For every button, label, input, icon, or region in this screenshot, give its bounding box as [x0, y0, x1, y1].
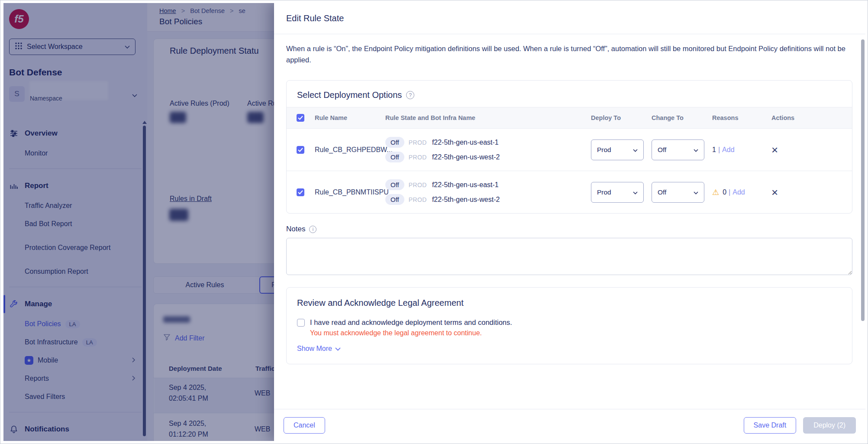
- col-header-deploy-to: Deploy To: [591, 114, 652, 121]
- change-to-select[interactable]: Off: [652, 139, 704, 160]
- chevron-down-icon: [694, 188, 698, 196]
- rule-checkbox[interactable]: [297, 146, 304, 154]
- rule-state-pill: Off: [385, 194, 404, 205]
- select-deployment-options-card: Select Deployment Options ? Rule Name Ru…: [286, 80, 852, 214]
- reasons-count: 1: [712, 146, 716, 154]
- acknowledge-row: I have read and acknowledge deployment t…: [297, 318, 842, 327]
- remove-rule-button[interactable]: ×: [771, 143, 778, 156]
- reasons-divider: |: [718, 146, 720, 154]
- panel-body: When a rule is “On”, the Endpoint Policy…: [274, 34, 865, 364]
- change-to-value: Off: [658, 146, 666, 154]
- change-to-select[interactable]: Off: [652, 182, 704, 203]
- panel-footer: Cancel Save Draft Deploy (2): [274, 409, 865, 441]
- show-more-link[interactable]: Show More: [297, 345, 842, 353]
- select-all-checkbox[interactable]: [297, 114, 304, 122]
- deploy-to-select[interactable]: Prod: [591, 139, 644, 160]
- bot-infra-name: f22-5th-gen-us-west-2: [432, 153, 500, 161]
- section-title: Select Deployment Options: [297, 90, 402, 100]
- col-header-change-to: Change To: [652, 114, 712, 121]
- notes-textarea[interactable]: [286, 238, 852, 275]
- show-more-label: Show More: [297, 345, 332, 353]
- panel-description: When a rule is “On”, the Endpoint Policy…: [286, 43, 851, 65]
- notes-section: Notes i: [286, 225, 852, 277]
- panel-scrollbar-thumb[interactable]: [861, 39, 865, 321]
- deploy-button[interactable]: Deploy (2): [803, 417, 856, 434]
- browser-page: f5 Select Workspace Bot Defense S Namesp…: [0, 0, 868, 444]
- env-label: PROD: [409, 196, 427, 203]
- col-header-actions: Actions: [755, 114, 852, 121]
- reasons-count: 0: [723, 188, 726, 196]
- legal-agreement-card: Review and Acknowledge Legal Agreement I…: [286, 287, 852, 364]
- bot-infra-name: f22-5th-gen-us-east-1: [432, 139, 499, 146]
- modal-backdrop[interactable]: [3, 3, 274, 441]
- col-header-rule-state: Rule State and Bot Infra Name: [385, 114, 591, 121]
- notes-label: Notes: [286, 225, 305, 233]
- rule-infra-list: Off PROD f22-5th-gen-us-east-1 Off PROD …: [385, 179, 591, 205]
- deploy-to-value: Prod: [597, 188, 611, 196]
- deploy-to-value: Prod: [597, 146, 611, 154]
- warning-icon: ⚠: [712, 188, 719, 196]
- rule-infra-list: Off PROD f22-5th-gen-us-east-1 Off PROD …: [385, 137, 591, 162]
- rule-row: Rule_CB_PBNMTIISPU Off PROD f22-5th-gen-…: [287, 171, 852, 213]
- env-label: PROD: [409, 154, 427, 161]
- chevron-down-icon: [633, 146, 638, 154]
- infra-line: Off PROD f22-5th-gen-us-east-1: [385, 137, 591, 148]
- acknowledge-checkbox[interactable]: [297, 319, 305, 327]
- acknowledge-label: I have read and acknowledge deployment t…: [310, 318, 512, 327]
- rule-checkbox[interactable]: [297, 188, 304, 196]
- rule-state-pill: Off: [385, 152, 404, 162]
- infra-line: Off PROD f22-5th-gen-us-west-2: [385, 194, 591, 205]
- remove-rule-button[interactable]: ×: [771, 186, 778, 199]
- rule-state-pill: Off: [385, 137, 404, 148]
- legal-error-text: You must acknowledge the legal agreement…: [310, 329, 842, 337]
- reasons-divider: |: [729, 188, 730, 196]
- panel-title: Edit Rule State: [286, 13, 344, 23]
- reasons-cell: 1 | Add: [712, 146, 755, 154]
- rule-name: Rule_CB_RGHPEDBW...: [315, 146, 385, 154]
- infra-line: Off PROD f22-5th-gen-us-west-2: [385, 152, 591, 162]
- chevron-down-icon: [694, 146, 698, 154]
- reasons-cell: ⚠ 0 | Add: [712, 188, 755, 196]
- deploy-to-select[interactable]: Prod: [591, 182, 644, 203]
- bot-infra-name: f22-5th-gen-us-east-1: [432, 181, 499, 189]
- edit-rule-state-panel: Edit Rule State When a rule is “On”, the…: [274, 3, 865, 441]
- add-reason-link[interactable]: Add: [732, 188, 745, 196]
- add-reason-link[interactable]: Add: [722, 146, 734, 154]
- legal-title: Review and Acknowledge Legal Agreement: [297, 298, 842, 308]
- rule-state-pill: Off: [385, 179, 404, 190]
- info-icon[interactable]: i: [309, 226, 316, 233]
- options-table-header: Rule Name Rule State and Bot Infra Name …: [287, 107, 852, 129]
- change-to-value: Off: [658, 188, 666, 196]
- help-icon[interactable]: ?: [406, 91, 414, 99]
- notes-label-row: Notes i: [286, 225, 852, 233]
- rule-name: Rule_CB_PBNMTIISPU: [315, 188, 385, 196]
- env-label: PROD: [409, 139, 427, 146]
- app-root: f5 Select Workspace Bot Defense S Namesp…: [3, 3, 865, 441]
- panel-header: Edit Rule State: [274, 3, 865, 34]
- section-title-row: Select Deployment Options ?: [287, 81, 852, 107]
- cancel-button[interactable]: Cancel: [284, 417, 325, 434]
- rule-row: Rule_CB_RGHPEDBW... Off PROD f22-5th-gen…: [287, 129, 852, 171]
- chevron-down-icon: [633, 188, 638, 196]
- bot-infra-name: f22-5th-gen-us-west-2: [432, 196, 500, 204]
- col-header-rule-name: Rule Name: [315, 114, 385, 121]
- save-draft-button[interactable]: Save Draft: [744, 417, 797, 434]
- chevron-down-icon: [335, 345, 341, 353]
- env-label: PROD: [409, 181, 427, 188]
- col-header-reasons: Reasons: [712, 114, 755, 121]
- infra-line: Off PROD f22-5th-gen-us-east-1: [385, 179, 591, 190]
